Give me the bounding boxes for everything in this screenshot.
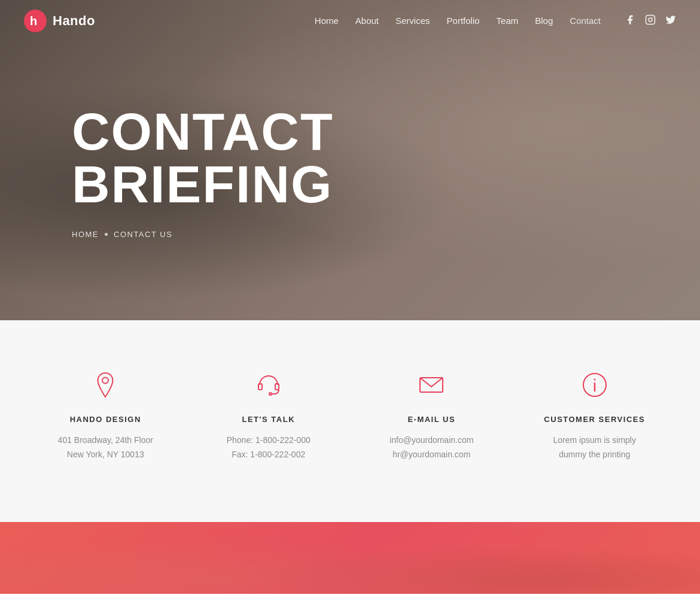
svg-point-8 xyxy=(269,393,272,395)
info-card-services-title: CUSTOMER SERVICES xyxy=(544,415,645,424)
breadcrumb-current: CONTACT US xyxy=(114,230,172,239)
svg-point-5 xyxy=(102,378,108,384)
hero-title-line2: BRIEFING xyxy=(72,154,333,214)
svg-text:h: h xyxy=(30,14,37,28)
hero-section: CONTACT BRIEFING HOME CONTACT US xyxy=(0,0,700,320)
nav-item-team[interactable]: Team xyxy=(497,16,519,26)
info-card-services-body: Lorem ipsum is simply dummy the printing xyxy=(553,433,636,462)
svg-rect-2 xyxy=(646,16,655,25)
location-icon xyxy=(89,368,122,402)
info-card-services: CUSTOMER SERVICES Lorem ipsum is simply … xyxy=(513,368,677,462)
info-card-phone-title: LET'S TALK xyxy=(242,415,295,424)
svg-point-3 xyxy=(649,18,652,22)
logo-icon: h xyxy=(24,10,47,32)
logo-text: Hando xyxy=(53,13,95,29)
info-card-email-body: info@yourdomain.com hr@yourdomain.com xyxy=(389,433,473,462)
bottom-section xyxy=(0,522,700,594)
email-icon xyxy=(415,368,448,402)
navbar: h Hando Home About Services Portfolio Te… xyxy=(0,0,700,42)
facebook-icon[interactable] xyxy=(625,14,635,28)
info-section: HANDO DESIGN 401 Broadway, 24th Floor Ne… xyxy=(0,320,700,522)
hero-title-line1: CONTACT xyxy=(72,102,334,161)
nav-links: Home About Services Portfolio Team Blog … xyxy=(315,16,601,26)
bottom-overlay xyxy=(0,522,700,594)
info-icon xyxy=(578,368,611,402)
nav-item-portfolio[interactable]: Portfolio xyxy=(447,16,480,26)
instagram-icon[interactable] xyxy=(645,14,656,28)
info-card-email-title: E-MAIL US xyxy=(407,415,455,424)
nav-item-contact[interactable]: Contact xyxy=(570,16,601,26)
info-card-location-title: HANDO DESIGN xyxy=(70,415,141,424)
breadcrumb-separator xyxy=(105,233,108,236)
breadcrumb: HOME CONTACT US xyxy=(72,230,334,239)
info-card-email: E-MAIL US info@yourdomain.com hr@yourdom… xyxy=(350,368,513,462)
info-card-phone: LET'S TALK Phone: 1-800-222-000 Fax: 1-8… xyxy=(187,368,351,462)
svg-point-4 xyxy=(652,17,653,18)
svg-point-12 xyxy=(594,379,595,381)
nav-item-services[interactable]: Services xyxy=(395,16,430,26)
info-card-location: HANDO DESIGN 401 Broadway, 24th Floor Ne… xyxy=(24,368,187,462)
hero-title: CONTACT BRIEFING xyxy=(72,105,334,211)
info-card-phone-body: Phone: 1-800-222-000 Fax: 1-800-222-002 xyxy=(227,433,311,462)
headset-icon xyxy=(252,368,285,402)
nav-item-blog[interactable]: Blog xyxy=(535,16,553,26)
info-card-location-body: 401 Broadway, 24th Floor New York, NY 10… xyxy=(58,433,153,462)
nav-item-home[interactable]: Home xyxy=(315,16,339,26)
nav-item-about[interactable]: About xyxy=(355,16,379,26)
hero-content: CONTACT BRIEFING HOME CONTACT US xyxy=(0,81,334,239)
social-icons xyxy=(625,14,676,28)
logo[interactable]: h Hando xyxy=(24,10,95,32)
breadcrumb-home[interactable]: HOME xyxy=(72,230,99,239)
twitter-icon[interactable] xyxy=(665,14,676,28)
